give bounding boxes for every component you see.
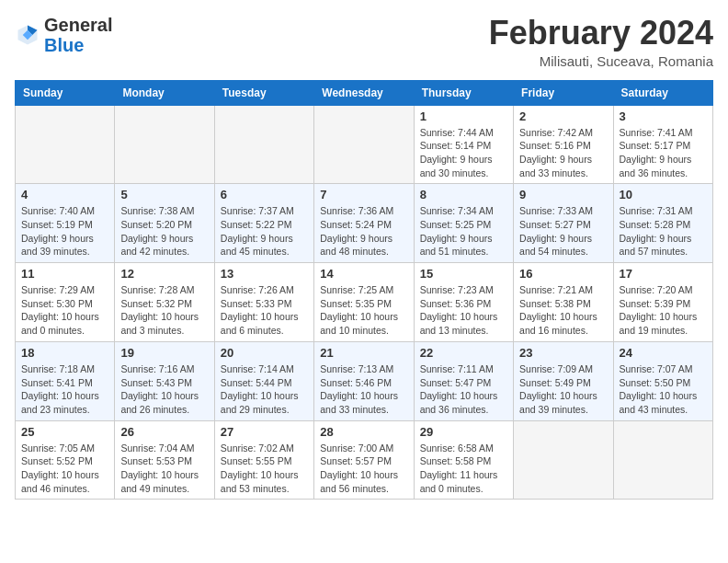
day-number: 7	[320, 188, 407, 201]
header: General Blue February 2024 Milisauti, Su…	[15, 15, 713, 69]
table-row	[514, 420, 613, 500]
table-row: 29Sunrise: 6:58 AM Sunset: 5:58 PM Dayli…	[414, 420, 513, 500]
day-info: Sunrise: 7:40 AM Sunset: 5:19 PM Dayligh…	[21, 204, 108, 259]
table-row: 21Sunrise: 7:13 AM Sunset: 5:46 PM Dayli…	[314, 341, 414, 420]
calendar-header-sunday: Sunday	[16, 80, 115, 105]
day-info: Sunrise: 7:25 AM Sunset: 5:35 PM Dayligh…	[320, 283, 407, 338]
logo-icon	[15, 22, 40, 48]
day-number: 4	[21, 188, 108, 201]
table-row: 8Sunrise: 7:34 AM Sunset: 5:25 PM Daylig…	[414, 184, 513, 263]
table-row	[314, 105, 414, 184]
table-row: 25Sunrise: 7:05 AM Sunset: 5:52 PM Dayli…	[16, 420, 115, 500]
table-row	[214, 105, 313, 184]
day-info: Sunrise: 7:23 AM Sunset: 5:36 PM Dayligh…	[420, 283, 507, 338]
table-row: 23Sunrise: 7:09 AM Sunset: 5:49 PM Dayli…	[514, 341, 613, 420]
calendar-header-friday: Friday	[514, 80, 613, 105]
day-number: 24	[620, 346, 707, 360]
calendar-header-row: SundayMondayTuesdayWednesdayThursdayFrid…	[16, 80, 713, 105]
day-number: 9	[519, 188, 607, 201]
table-row: 9Sunrise: 7:33 AM Sunset: 5:27 PM Daylig…	[514, 184, 613, 263]
calendar-header-monday: Monday	[115, 80, 214, 105]
calendar-week-row: 11Sunrise: 7:29 AM Sunset: 5:30 PM Dayli…	[16, 263, 713, 342]
table-row: 15Sunrise: 7:23 AM Sunset: 5:36 PM Dayli…	[414, 263, 513, 342]
day-number: 21	[320, 346, 407, 360]
day-info: Sunrise: 7:18 AM Sunset: 5:41 PM Dayligh…	[21, 362, 108, 417]
day-number: 25	[21, 425, 108, 439]
table-row	[613, 420, 712, 500]
table-row: 11Sunrise: 7:29 AM Sunset: 5:30 PM Dayli…	[16, 263, 115, 342]
day-info: Sunrise: 7:36 AM Sunset: 5:24 PM Dayligh…	[320, 204, 407, 259]
day-info: Sunrise: 7:34 AM Sunset: 5:25 PM Dayligh…	[420, 204, 507, 259]
day-info: Sunrise: 7:14 AM Sunset: 5:44 PM Dayligh…	[221, 362, 308, 417]
day-info: Sunrise: 7:44 AM Sunset: 5:14 PM Dayligh…	[420, 126, 507, 180]
table-row: 19Sunrise: 7:16 AM Sunset: 5:43 PM Dayli…	[115, 341, 214, 420]
calendar-header-tuesday: Tuesday	[214, 80, 313, 105]
logo-general: General	[44, 15, 112, 35]
table-row: 2Sunrise: 7:42 AM Sunset: 5:16 PM Daylig…	[514, 105, 613, 184]
day-info: Sunrise: 7:38 AM Sunset: 5:20 PM Dayligh…	[120, 204, 208, 259]
day-info: Sunrise: 7:02 AM Sunset: 5:55 PM Dayligh…	[221, 442, 308, 496]
day-info: Sunrise: 7:42 AM Sunset: 5:16 PM Dayligh…	[519, 126, 607, 180]
day-number: 12	[120, 267, 208, 281]
table-row: 14Sunrise: 7:25 AM Sunset: 5:35 PM Dayli…	[314, 263, 414, 342]
day-number: 11	[21, 267, 108, 281]
day-number: 20	[221, 346, 308, 360]
calendar-week-row: 25Sunrise: 7:05 AM Sunset: 5:52 PM Dayli…	[16, 420, 713, 500]
day-number: 3	[620, 109, 707, 123]
table-row: 7Sunrise: 7:36 AM Sunset: 5:24 PM Daylig…	[314, 184, 414, 263]
day-number: 5	[120, 188, 208, 201]
day-number: 1	[420, 109, 507, 123]
day-info: Sunrise: 7:04 AM Sunset: 5:53 PM Dayligh…	[120, 442, 208, 496]
table-row: 1Sunrise: 7:44 AM Sunset: 5:14 PM Daylig…	[414, 105, 513, 184]
calendar-header-wednesday: Wednesday	[314, 80, 414, 105]
title-area: February 2024 Milisauti, Suceava, Romani…	[489, 15, 713, 69]
day-number: 17	[620, 267, 707, 281]
table-row: 10Sunrise: 7:31 AM Sunset: 5:28 PM Dayli…	[613, 184, 712, 263]
day-number: 28	[320, 425, 407, 439]
day-info: Sunrise: 7:29 AM Sunset: 5:30 PM Dayligh…	[21, 283, 108, 338]
table-row: 16Sunrise: 7:21 AM Sunset: 5:38 PM Dayli…	[514, 263, 613, 342]
logo-blue: Blue	[44, 35, 84, 55]
day-number: 27	[221, 425, 308, 439]
table-row: 3Sunrise: 7:41 AM Sunset: 5:17 PM Daylig…	[613, 105, 712, 184]
month-title: February 2024	[489, 15, 713, 52]
day-info: Sunrise: 7:00 AM Sunset: 5:57 PM Dayligh…	[320, 442, 407, 496]
day-number: 23	[519, 346, 607, 360]
day-number: 19	[120, 346, 208, 360]
day-info: Sunrise: 7:37 AM Sunset: 5:22 PM Dayligh…	[221, 204, 308, 259]
table-row: 17Sunrise: 7:20 AM Sunset: 5:39 PM Dayli…	[613, 263, 712, 342]
day-number: 15	[420, 267, 507, 281]
table-row: 12Sunrise: 7:28 AM Sunset: 5:32 PM Dayli…	[115, 263, 214, 342]
day-info: Sunrise: 7:20 AM Sunset: 5:39 PM Dayligh…	[620, 283, 707, 338]
table-row: 6Sunrise: 7:37 AM Sunset: 5:22 PM Daylig…	[214, 184, 313, 263]
day-info: Sunrise: 7:05 AM Sunset: 5:52 PM Dayligh…	[21, 442, 108, 496]
table-row: 27Sunrise: 7:02 AM Sunset: 5:55 PM Dayli…	[214, 420, 313, 500]
table-row: 20Sunrise: 7:14 AM Sunset: 5:44 PM Dayli…	[214, 341, 313, 420]
day-number: 10	[620, 188, 707, 201]
table-row: 28Sunrise: 7:00 AM Sunset: 5:57 PM Dayli…	[314, 420, 414, 500]
day-info: Sunrise: 7:16 AM Sunset: 5:43 PM Dayligh…	[120, 362, 208, 417]
day-info: Sunrise: 7:31 AM Sunset: 5:28 PM Dayligh…	[620, 204, 707, 259]
location-subtitle: Milisauti, Suceava, Romania	[489, 53, 713, 69]
table-row: 5Sunrise: 7:38 AM Sunset: 5:20 PM Daylig…	[115, 184, 214, 263]
day-info: Sunrise: 7:21 AM Sunset: 5:38 PM Dayligh…	[519, 283, 607, 338]
day-info: Sunrise: 7:09 AM Sunset: 5:49 PM Dayligh…	[519, 362, 607, 417]
table-row: 4Sunrise: 7:40 AM Sunset: 5:19 PM Daylig…	[16, 184, 115, 263]
day-info: Sunrise: 7:26 AM Sunset: 5:33 PM Dayligh…	[221, 283, 308, 338]
day-number: 6	[221, 188, 308, 201]
day-info: Sunrise: 7:33 AM Sunset: 5:27 PM Dayligh…	[519, 204, 607, 259]
day-info: Sunrise: 7:41 AM Sunset: 5:17 PM Dayligh…	[620, 126, 707, 180]
table-row	[115, 105, 214, 184]
table-row	[16, 105, 115, 184]
day-number: 16	[519, 267, 607, 281]
calendar-week-row: 4Sunrise: 7:40 AM Sunset: 5:19 PM Daylig…	[16, 184, 713, 263]
calendar-week-row: 1Sunrise: 7:44 AM Sunset: 5:14 PM Daylig…	[16, 105, 713, 184]
table-row: 24Sunrise: 7:07 AM Sunset: 5:50 PM Dayli…	[613, 341, 712, 420]
calendar-header-thursday: Thursday	[414, 80, 513, 105]
day-number: 13	[221, 267, 308, 281]
day-number: 29	[420, 425, 507, 439]
calendar-week-row: 18Sunrise: 7:18 AM Sunset: 5:41 PM Dayli…	[16, 341, 713, 420]
table-row: 22Sunrise: 7:11 AM Sunset: 5:47 PM Dayli…	[414, 341, 513, 420]
table-row: 18Sunrise: 7:18 AM Sunset: 5:41 PM Dayli…	[16, 341, 115, 420]
day-number: 8	[420, 188, 507, 201]
